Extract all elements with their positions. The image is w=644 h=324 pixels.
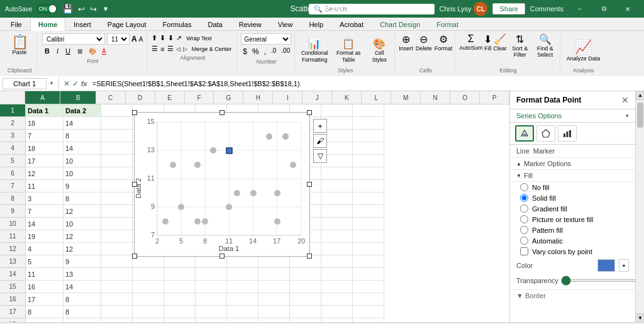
- cell-J16[interactable]: [321, 293, 353, 306]
- insert-button[interactable]: ⊕ Insert: [399, 33, 413, 67]
- cell-K3[interactable]: [353, 130, 384, 142]
- cell-C7[interactable]: [101, 180, 133, 193]
- selected-point[interactable]: [226, 148, 232, 154]
- font-color-button[interactable]: A: [100, 47, 108, 55]
- cell-J6[interactable]: [321, 167, 353, 180]
- cell-B5[interactable]: 10: [64, 155, 101, 167]
- cell-K9[interactable]: [353, 205, 384, 218]
- point-13[interactable]: [266, 133, 272, 140]
- wrap-text-button[interactable]: Wrap Text: [184, 33, 214, 43]
- filename-dropdown[interactable]: ▼: [348, 6, 354, 12]
- analyze-data-button[interactable]: 📈 Analyze Data: [567, 39, 601, 62]
- cell-A8[interactable]: 3: [26, 193, 64, 205]
- point-11[interactable]: [178, 204, 184, 210]
- format-button[interactable]: ⚙ Format: [435, 33, 453, 67]
- vertical-scrollbar[interactable]: ▲ ▼: [635, 91, 644, 322]
- cell-A15[interactable]: 16: [26, 281, 64, 293]
- transparency-slider[interactable]: [561, 279, 635, 282]
- cell-K10[interactable]: [353, 218, 384, 230]
- fill-tab-button[interactable]: [515, 125, 534, 142]
- comments-button[interactable]: Comments: [530, 5, 564, 13]
- col-header-j[interactable]: J: [303, 91, 332, 104]
- percent-icon[interactable]: %: [250, 46, 261, 57]
- tab-chart-design[interactable]: Chart Design: [372, 18, 428, 31]
- col-header-o[interactable]: O: [450, 91, 480, 104]
- add-chart-element-button[interactable]: +: [313, 119, 327, 133]
- find-select-button[interactable]: 🔍 Find & Select: [533, 33, 557, 67]
- tab-format[interactable]: Format: [428, 18, 467, 31]
- tab-view[interactable]: View: [270, 18, 301, 31]
- formula-input[interactable]: [90, 80, 641, 87]
- decrease-font-icon[interactable]: A: [139, 36, 143, 43]
- cell-I14[interactable]: [290, 268, 321, 281]
- cell-F15[interactable]: [196, 281, 227, 293]
- cell-B12[interactable]: 12: [64, 243, 101, 255]
- autosum-button[interactable]: Σ AutoSum: [459, 33, 482, 67]
- cell-B10[interactable]: 10: [64, 218, 101, 230]
- cell-styles-button[interactable]: 🎨 Cell Styles: [367, 38, 392, 62]
- tab-acrobat[interactable]: Acrobat: [331, 18, 372, 31]
- row-header-8[interactable]: 8: [0, 193, 25, 205]
- cell-C4[interactable]: [101, 142, 133, 155]
- cell-E16[interactable]: [164, 293, 196, 306]
- number-format-select[interactable]: General: [241, 33, 291, 45]
- dec-decimal-icon[interactable]: .00: [279, 46, 292, 57]
- shape-tab-button[interactable]: [536, 125, 555, 142]
- point-6[interactable]: [162, 218, 169, 225]
- panel-close-button[interactable]: ✕: [621, 95, 629, 105]
- bold-button[interactable]: B: [42, 46, 52, 56]
- cell-K14[interactable]: [353, 268, 384, 281]
- row-header-16[interactable]: 16: [0, 293, 25, 306]
- cell-B4[interactable]: 14: [64, 142, 101, 155]
- align-bottom-icon[interactable]: ⬇: [167, 33, 174, 43]
- cell-A7[interactable]: 11: [26, 180, 64, 193]
- cell-A9[interactable]: 7: [26, 205, 64, 218]
- row-header-15[interactable]: 15: [0, 281, 25, 293]
- sort-filter-button[interactable]: ⇅ Sort & Filter: [508, 33, 532, 67]
- vary-colors-checkbox[interactable]: [520, 247, 528, 255]
- automatic-radio[interactable]: [520, 237, 528, 245]
- cell-E17[interactable]: [164, 306, 196, 318]
- cell-C15[interactable]: [101, 281, 133, 293]
- indent-inc-icon[interactable]: ▷: [182, 45, 188, 53]
- cancel-formula-icon[interactable]: ✕: [64, 79, 70, 88]
- col-header-a[interactable]: A: [25, 91, 60, 104]
- cell-I18[interactable]: [290, 318, 321, 322]
- cell-C11[interactable]: [101, 230, 133, 243]
- point-2[interactable]: [194, 218, 201, 225]
- tab-page-layout[interactable]: Page Layout: [99, 18, 155, 31]
- cell-C14[interactable]: [101, 268, 133, 281]
- row-header-13[interactable]: 13: [0, 255, 25, 268]
- cell-A12[interactable]: 4: [26, 243, 64, 255]
- cell-A3[interactable]: 7: [26, 130, 64, 142]
- row-header-11[interactable]: 11: [0, 230, 25, 243]
- currency-icon[interactable]: $: [241, 46, 249, 57]
- cell-A18[interactable]: 9: [26, 318, 64, 322]
- increase-font-icon[interactable]: A: [131, 35, 137, 43]
- handle-tl[interactable]: [132, 110, 137, 115]
- col-header-f[interactable]: F: [185, 91, 214, 104]
- cell-G18[interactable]: [227, 318, 258, 322]
- cell-J18[interactable]: [321, 318, 353, 322]
- cell-B3[interactable]: 8: [64, 130, 101, 142]
- row-header-10[interactable]: 10: [0, 218, 25, 230]
- font-size-select[interactable]: 11: [107, 33, 130, 45]
- paste-button[interactable]: 📋 Paste: [9, 33, 31, 57]
- cell-C9[interactable]: [101, 205, 133, 218]
- cell-J13[interactable]: [321, 255, 353, 268]
- col-header-e[interactable]: E: [155, 91, 185, 104]
- cell-D18[interactable]: [133, 318, 164, 322]
- cell-F14[interactable]: [196, 268, 227, 281]
- cell-I17[interactable]: [290, 306, 321, 318]
- cell-A4[interactable]: 18: [26, 142, 64, 155]
- cell-b1[interactable]: Data 2: [64, 104, 101, 117]
- cell-J12[interactable]: [321, 243, 353, 255]
- chart-style-button[interactable]: 🖌: [313, 134, 327, 148]
- cell-A2[interactable]: 18: [26, 117, 64, 130]
- border-button[interactable]: ⊞: [75, 47, 85, 56]
- cell-C16[interactable]: [101, 293, 133, 306]
- cell-A13[interactable]: 5: [26, 255, 64, 268]
- cell-B13[interactable]: 9: [64, 255, 101, 268]
- point-17[interactable]: [282, 133, 289, 140]
- cell-C3[interactable]: [101, 130, 133, 142]
